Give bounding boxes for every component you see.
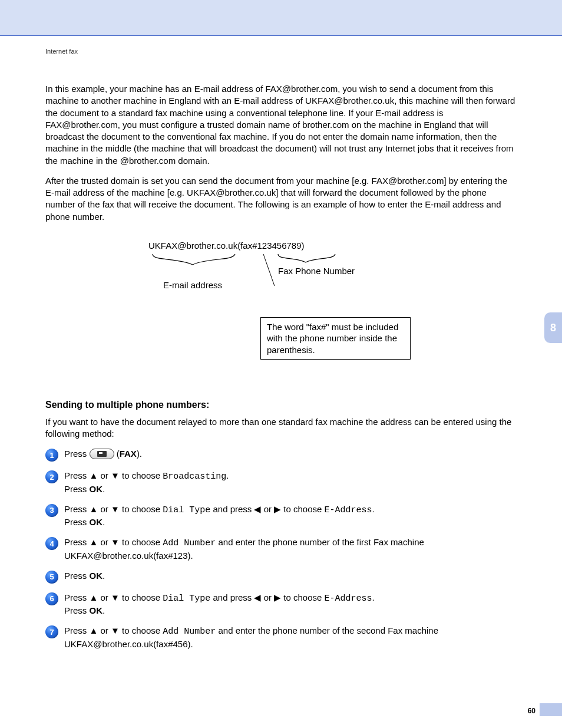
text: and press ◀ or ▶ to choose xyxy=(210,592,324,602)
fax-label: FAX xyxy=(120,449,137,459)
diagram-label-email: E-mail address xyxy=(163,280,222,290)
chapter-tab: 8 xyxy=(544,312,562,343)
step-badge: 6 xyxy=(45,592,58,605)
text: . xyxy=(103,605,105,615)
header-band xyxy=(0,0,562,35)
text: Press ▲ or ▼ to choose xyxy=(64,625,163,635)
page-number: 60 xyxy=(528,707,535,715)
ok-label: OK xyxy=(90,484,103,494)
menu-item: E-Address xyxy=(325,505,372,515)
text: Press ▲ or ▼ to choose xyxy=(64,537,163,547)
step-badge: 7 xyxy=(45,625,58,638)
step-body: Press ▲ or ▼ to choose Add Number and en… xyxy=(64,536,517,562)
step-5: 5 Press OK. xyxy=(45,570,517,584)
text: Press xyxy=(64,449,90,459)
menu-item: Add Number xyxy=(163,627,216,637)
text: . xyxy=(226,470,229,480)
page-number-tab xyxy=(540,703,562,716)
step-body: Press ▲ or ▼ to choose Dial Type and pre… xyxy=(64,503,517,529)
ok-label: OK xyxy=(90,517,103,527)
steps-list: 1 Press (FAX). 2 Press ▲ or ▼ to choose … xyxy=(45,448,517,650)
step-1: 1 Press (FAX). xyxy=(45,448,517,462)
text: . xyxy=(103,484,105,494)
text: Press xyxy=(64,605,90,615)
text: and press ◀ or ▶ to choose xyxy=(210,504,324,514)
address-diagram: UKFAX@brother.co.uk(fax#123456789) E-mai… xyxy=(146,241,416,376)
step-2: 2 Press ▲ or ▼ to choose Broadcasting. P… xyxy=(45,470,517,495)
step-badge: 3 xyxy=(45,504,58,517)
ok-label: OK xyxy=(90,571,103,581)
menu-item: Dial Type xyxy=(163,594,210,604)
menu-item: Add Number xyxy=(163,538,216,548)
page-content: Internet fax In this example, your machi… xyxy=(0,36,562,650)
fax-button-icon xyxy=(90,449,114,459)
step-body: Press ▲ or ▼ to choose Dial Type and pre… xyxy=(64,592,517,617)
step-body: Press ▲ or ▼ to choose Add Number and en… xyxy=(64,625,517,650)
step-badge: 5 xyxy=(45,571,58,584)
step-badge: 2 xyxy=(45,470,58,483)
text: ). xyxy=(137,449,142,459)
text: Press xyxy=(64,484,90,494)
text: Press ▲ or ▼ to choose xyxy=(64,504,163,514)
section-label: Internet fax xyxy=(45,48,517,55)
menu-item: E-Address xyxy=(325,594,372,604)
paragraph-1: In this example, your machine has an E-m… xyxy=(45,83,517,167)
text: . xyxy=(372,592,375,602)
ok-label: OK xyxy=(90,605,103,615)
menu-item: Dial Type xyxy=(163,505,210,515)
diagram-braces xyxy=(146,251,416,266)
step-6: 6 Press ▲ or ▼ to choose Dial Type and p… xyxy=(45,592,517,617)
step-body: Press OK. xyxy=(64,570,517,582)
subsection-heading: Sending to multiple phone numbers: xyxy=(45,400,517,410)
subsection-intro: If you want to have the document relayed… xyxy=(45,416,517,440)
step-body: Press ▲ or ▼ to choose Broadcasting. Pre… xyxy=(64,470,517,495)
step-body: Press (FAX). xyxy=(64,448,517,460)
step-badge: 1 xyxy=(45,449,58,462)
text: . xyxy=(372,504,375,514)
diagram-label-faxnum: Fax Phone Number xyxy=(278,266,355,276)
diagram-note-box: The word "fax#" must be included with th… xyxy=(260,317,411,360)
text: . xyxy=(103,517,105,527)
step-badge: 4 xyxy=(45,537,58,550)
step-7: 7 Press ▲ or ▼ to choose Add Number and … xyxy=(45,625,517,650)
step-4: 4 Press ▲ or ▼ to choose Add Number and … xyxy=(45,536,517,562)
menu-item: Broadcasting xyxy=(163,472,226,482)
paragraph-2: After the trusted domain is set you can … xyxy=(45,175,517,223)
text: Press xyxy=(64,571,90,581)
text: Press ▲ or ▼ to choose xyxy=(64,470,163,480)
text: . xyxy=(103,571,105,581)
diagram-example-string: UKFAX@brother.co.uk(fax#123456789) xyxy=(146,241,416,251)
step-3: 3 Press ▲ or ▼ to choose Dial Type and p… xyxy=(45,503,517,529)
text: Press xyxy=(64,517,90,527)
text: Press ▲ or ▼ to choose xyxy=(64,592,163,602)
